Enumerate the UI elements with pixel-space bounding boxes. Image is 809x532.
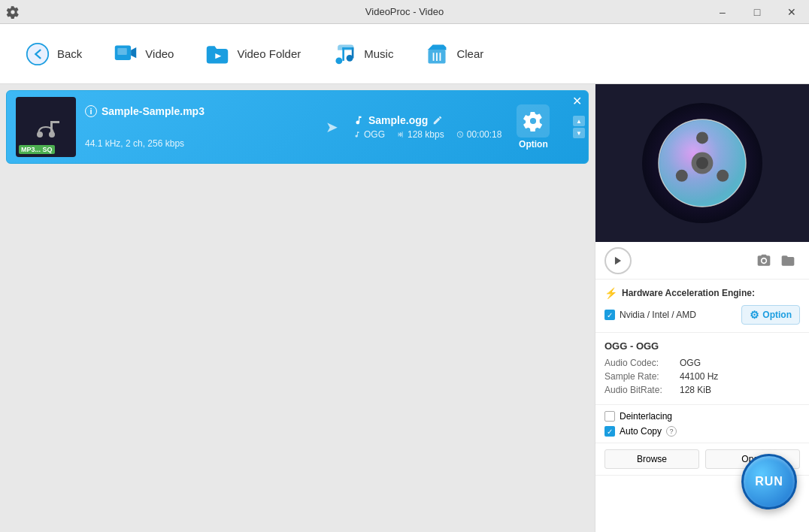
screenshot-button[interactable]: [752, 249, 776, 273]
info-panel: OGG - OGG Audio Codec: OGG Sample Rate: …: [595, 333, 809, 405]
output-name: Sample.ogg: [353, 114, 501, 126]
card-close-button[interactable]: ✕: [572, 94, 582, 108]
svg-marker-27: [615, 256, 621, 264]
autocopy-help-icon[interactable]: ?: [666, 426, 677, 437]
svg-point-28: [762, 258, 766, 262]
left-panel: ✕ MP3... SQ i Sa: [0, 84, 595, 532]
play-button[interactable]: [604, 247, 632, 274]
toolbar: Back Video Video Folder Music Clear: [0, 24, 809, 84]
video-folder-button[interactable]: Video Folder: [192, 35, 313, 74]
svg-marker-2: [131, 47, 136, 58]
hw-icon: ⚡: [604, 287, 617, 299]
output-bitrate: 128 kbps: [397, 129, 444, 140]
clear-label: Clear: [456, 47, 483, 60]
title-bar: VideoProc - Video – □ ✕: [0, 0, 809, 24]
back-button[interactable]: Back: [12, 35, 94, 74]
video-label: Video: [145, 47, 174, 60]
back-label: Back: [57, 47, 82, 60]
window-controls: – □ ✕: [705, 0, 809, 23]
audio-bitrate-value: 128 KiB: [680, 385, 711, 395]
minimize-button[interactable]: –: [705, 0, 740, 24]
window-title: VideoProc - Video: [365, 6, 444, 17]
svg-point-14: [37, 131, 43, 138]
svg-point-5: [336, 57, 343, 64]
sample-rate-value: 44100 Hz: [680, 371, 718, 382]
maximize-button[interactable]: □: [740, 0, 774, 24]
audio-codec-value: OGG: [680, 358, 701, 368]
gear-icon: ⚙: [750, 309, 759, 321]
file-info-right: Sample.ogg OGG 128 kbps: [353, 104, 579, 150]
settings-icon-area[interactable]: [6, 0, 20, 23]
video-button[interactable]: Video: [100, 35, 186, 74]
file-badge: MP3... SQ: [19, 145, 55, 154]
audio-codec-row: Audio Codec: OGG: [604, 356, 800, 370]
music-icon: [331, 41, 358, 68]
svg-point-26: [676, 170, 688, 182]
audio-codec-label: Audio Codec:: [604, 358, 680, 368]
video-folder-label: Video Folder: [237, 47, 301, 60]
file-meta: 44.1 kHz, 2 ch, 256 kbps: [85, 138, 311, 149]
file-info-left: i Sample-Sample.mp3 44.1 kHz, 2 ch, 256 …: [85, 105, 311, 149]
info-icon[interactable]: i: [85, 105, 97, 117]
music-button[interactable]: Music: [319, 35, 405, 74]
deinterlace-checkbox[interactable]: [604, 411, 615, 422]
svg-rect-17: [50, 121, 59, 123]
info-title: OGG - OGG: [604, 340, 800, 352]
deinterlace-row: Deinterlacing: [604, 411, 800, 422]
svg-point-25: [717, 170, 729, 182]
back-icon: [24, 41, 51, 68]
hw-acceleration-section: ⚡ Hardware Acceleration Engine: ✓ Nvidia…: [595, 280, 809, 333]
codec-option-button[interactable]: Option: [511, 104, 556, 150]
autocopy-checkbox[interactable]: ✓: [604, 426, 615, 437]
codec-label: Option: [519, 139, 548, 150]
output-format: OGG: [353, 129, 385, 140]
run-button[interactable]: RUN: [741, 454, 797, 509]
file-thumbnail: MP3... SQ: [16, 97, 76, 157]
clear-icon: [423, 41, 450, 68]
video-icon: [112, 41, 139, 68]
hw-option-row: ✓ Nvidia / Intel / AMD ⚙ Option: [604, 305, 800, 325]
filename: i Sample-Sample.mp3: [85, 105, 311, 117]
main-layout: ✕ MP3... SQ i Sa: [0, 84, 809, 532]
folder-button[interactable]: [776, 249, 800, 273]
arrow-icon: ➤: [320, 118, 344, 136]
preview-controls: [595, 242, 809, 280]
codec-gear-icon: [517, 104, 550, 138]
output-info: Sample.ogg OGG 128 kbps: [353, 114, 501, 140]
right-options: Deinterlacing ✓ Auto Copy ?: [595, 405, 809, 443]
autocopy-row: ✓ Auto Copy ?: [604, 426, 800, 437]
svg-point-23: [696, 157, 708, 169]
option-button[interactable]: ⚙ Option: [741, 305, 800, 325]
sample-rate-label: Sample Rate:: [604, 371, 680, 382]
output-duration: 00:00:18: [456, 129, 502, 140]
hw-title: ⚡ Hardware Acceleration Engine:: [604, 287, 800, 299]
svg-rect-3: [118, 48, 127, 55]
hw-checkbox[interactable]: ✓: [604, 310, 615, 320]
file-card-top: MP3... SQ i Sample-Sample.mp3 44.1 kHz, …: [7, 91, 588, 163]
output-details: OGG 128 kbps 00:00:18: [353, 129, 501, 140]
sample-rate-row: Sample Rate: 44100 Hz: [604, 370, 800, 383]
browse-button[interactable]: Browse: [604, 449, 699, 469]
audio-bitrate-label: Audio BitRate:: [604, 385, 680, 395]
preview-area: [595, 84, 809, 242]
svg-point-24: [696, 131, 708, 144]
music-label: Music: [364, 47, 393, 60]
clear-button[interactable]: Clear: [411, 35, 495, 74]
scroll-down-button[interactable]: ▼: [573, 128, 585, 138]
hw-checkbox-row: ✓ Nvidia / Intel / AMD: [604, 310, 696, 320]
audio-bitrate-row: Audio BitRate: 128 KiB: [604, 383, 800, 397]
video-folder-icon: [204, 41, 231, 68]
file-card: ✕ MP3... SQ i Sa: [6, 90, 589, 164]
scroll-up-button[interactable]: ▲: [573, 116, 585, 126]
svg-point-0: [27, 43, 48, 64]
close-button[interactable]: ✕: [774, 0, 809, 24]
scroll-arrows: ▲ ▼: [573, 116, 585, 138]
